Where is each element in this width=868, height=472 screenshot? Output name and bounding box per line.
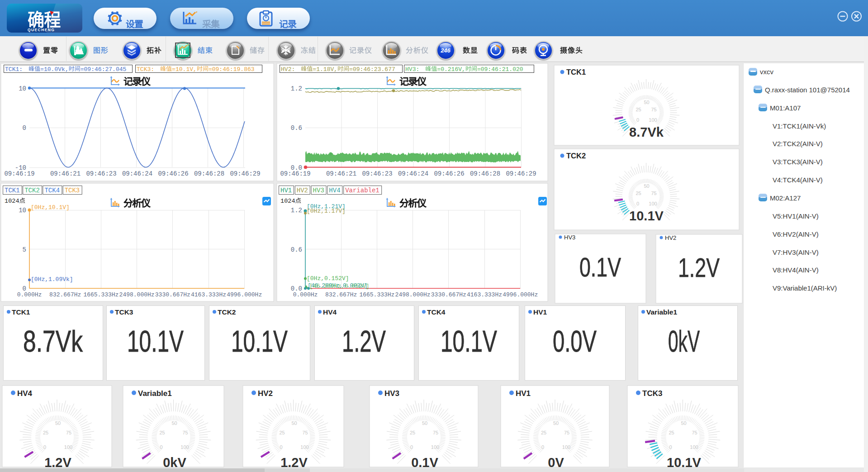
svg-text:100: 100 [64, 444, 72, 450]
svg-text:100: 100 [431, 444, 439, 450]
svg-text:0: 0 [280, 444, 282, 450]
svg-text:25: 25 [159, 430, 165, 435]
svg-text:HV1: HV1 [516, 389, 531, 398]
svg-text:0: 0 [669, 444, 672, 450]
svg-text:TCK2: TCK2 [566, 152, 586, 160]
svg-text:75: 75 [651, 191, 656, 196]
svg-text:50: 50 [291, 420, 297, 426]
svg-text:HV1: HV1 [533, 308, 547, 316]
svg-text:HV2: HV2 [258, 389, 273, 398]
svg-text:Variable1: Variable1 [646, 308, 677, 316]
svg-text:10.1V: 10.1V [629, 209, 664, 223]
svg-text:10.1V: 10.1V [441, 324, 497, 358]
svg-text:50: 50 [644, 183, 649, 189]
svg-text:100: 100 [649, 201, 657, 206]
svg-text:TCK2: TCK2 [218, 308, 236, 316]
svg-text:HV3: HV3 [564, 234, 575, 241]
svg-text:8.7Vk: 8.7Vk [629, 125, 664, 139]
svg-text:0: 0 [43, 444, 46, 450]
svg-text:10.1V: 10.1V [127, 324, 184, 358]
svg-text:100: 100 [300, 444, 308, 450]
svg-text:0V: 0V [548, 455, 564, 470]
svg-text:0.1V: 0.1V [411, 455, 438, 470]
svg-text:50: 50 [681, 420, 686, 426]
svg-text:25: 25 [279, 430, 285, 435]
svg-text:100: 100 [562, 444, 570, 450]
svg-text:HV4: HV4 [323, 308, 337, 316]
svg-text:75: 75 [692, 430, 697, 435]
svg-text:1.2V: 1.2V [280, 455, 308, 470]
svg-text:50: 50 [422, 420, 427, 426]
svg-text:75: 75 [651, 107, 656, 112]
svg-text:100: 100 [649, 117, 657, 123]
svg-text:100: 100 [180, 444, 189, 450]
svg-text:HV4: HV4 [17, 389, 33, 398]
svg-text:1.2V: 1.2V [44, 455, 71, 470]
svg-text:100: 100 [690, 444, 698, 450]
svg-text:0: 0 [636, 117, 639, 123]
svg-text:25: 25 [669, 430, 674, 435]
svg-text:0.0V: 0.0V [553, 324, 597, 358]
svg-text:0kV: 0kV [163, 455, 186, 470]
svg-text:50: 50 [55, 420, 61, 426]
svg-text:25: 25 [636, 107, 641, 112]
svg-text:TCK4: TCK4 [427, 308, 446, 316]
svg-text:Variable1: Variable1 [138, 389, 172, 398]
svg-text:10.1V: 10.1V [231, 324, 288, 358]
svg-text:0: 0 [410, 444, 413, 450]
svg-text:75: 75 [433, 430, 438, 435]
svg-text:1.2V: 1.2V [678, 253, 720, 283]
svg-text:0: 0 [160, 444, 162, 450]
svg-text:25: 25 [43, 430, 48, 435]
svg-text:75: 75 [66, 430, 71, 435]
svg-text:50: 50 [553, 420, 559, 426]
svg-text:75: 75 [182, 430, 188, 435]
svg-text:HV3: HV3 [384, 389, 399, 398]
svg-text:0kV: 0kV [668, 324, 700, 358]
svg-text:10.1V: 10.1V [667, 455, 701, 470]
svg-text:0.1V: 0.1V [579, 253, 621, 282]
svg-text:0: 0 [636, 201, 639, 206]
svg-text:1.2V: 1.2V [342, 324, 386, 358]
svg-text:TCK3: TCK3 [642, 389, 662, 398]
svg-text:TCK1: TCK1 [566, 68, 586, 76]
svg-text:TCK3: TCK3 [115, 308, 133, 316]
svg-text:TCK1: TCK1 [12, 308, 30, 316]
svg-text:25: 25 [541, 430, 546, 435]
svg-text:0: 0 [541, 444, 544, 450]
svg-text:25: 25 [410, 430, 415, 435]
svg-text:HV2: HV2 [665, 234, 676, 241]
svg-text:75: 75 [302, 430, 308, 435]
svg-text:50: 50 [644, 100, 649, 105]
svg-text:25: 25 [636, 191, 641, 196]
svg-text:75: 75 [564, 430, 569, 435]
svg-text:8.7Vk: 8.7Vk [23, 324, 83, 358]
svg-text:50: 50 [171, 420, 177, 426]
